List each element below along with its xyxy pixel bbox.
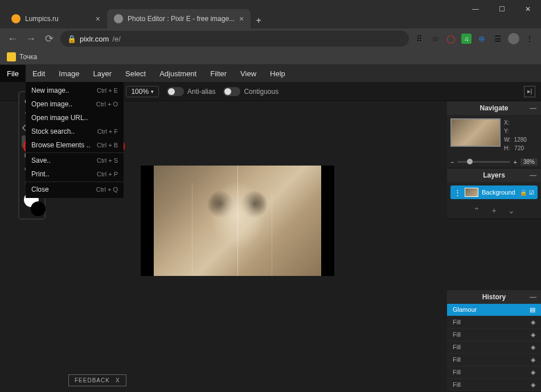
reload-button[interactable]: ⟳ <box>42 32 56 46</box>
tab-favicon <box>114 14 123 23</box>
panels: Navigate — X: Y: W: 1280 H: 720 <box>447 101 541 392</box>
menu-open-url[interactable]: Open image URL.. <box>26 111 124 125</box>
zoom-in-button[interactable]: + <box>514 159 517 166</box>
layers-panel: Layers — ⋮ Background 🔒 ☑ ⌃ <box>447 168 541 219</box>
folder-icon <box>7 52 16 61</box>
menu-stock-search[interactable]: Stock search.. Ctrl + F <box>26 125 124 138</box>
navigate-panel: Navigate — X: Y: W: 1280 H: 720 <box>447 101 541 168</box>
add-layer-button[interactable]: + <box>491 206 496 215</box>
menu-adjustment[interactable]: Adjustment <box>153 65 203 82</box>
tab-favicon <box>11 14 21 23</box>
history-panel: History — Glamour ▤ Fill ◈ Fill ◈ Fill <box>447 290 541 392</box>
file-menu-dropdown: New image.. Ctrl + E Open image.. Ctrl +… <box>26 82 124 198</box>
bookmark-item[interactable]: Точка <box>7 52 37 61</box>
history-state-icon: ◈ <box>531 319 535 326</box>
close-icon[interactable]: × <box>239 14 244 23</box>
menu-view[interactable]: View <box>233 65 263 82</box>
menu-select[interactable]: Select <box>118 65 153 82</box>
extension-icon[interactable]: ♫ <box>461 34 472 44</box>
history-state-icon: ◈ <box>531 381 535 389</box>
layer-name: Background <box>482 189 515 196</box>
browser-tabbar: Lumpics.ru × Photo Editor : Pixlr E - fr… <box>0 0 541 28</box>
menu-save[interactable]: Save.. Ctrl + S <box>26 154 124 167</box>
panel-header[interactable]: History — <box>447 290 541 304</box>
collapse-icon[interactable]: — <box>530 293 536 301</box>
url-bar[interactable]: 🔒 pixlr.com/e/ <box>60 31 409 47</box>
profile-avatar[interactable] <box>508 33 519 44</box>
history-item[interactable]: Fill ◈ <box>447 316 541 329</box>
menu-file[interactable]: File <box>0 65 26 82</box>
menu-edit[interactable]: Edit <box>26 65 52 82</box>
history-item[interactable]: Fill ◈ <box>447 341 541 354</box>
expand-panels-icon[interactable]: ▸| <box>524 86 535 97</box>
history-item[interactable]: Fill ◈ <box>447 379 541 391</box>
close-icon[interactable]: × <box>96 14 100 23</box>
extension-icon[interactable]: ⊕ <box>476 33 487 44</box>
history-item[interactable]: Fill ◈ <box>447 354 541 366</box>
history-state-icon: ◈ <box>531 356 535 364</box>
collapse-icon[interactable]: — <box>530 171 536 179</box>
layer-up-button[interactable]: ⌃ <box>473 206 480 215</box>
contiguous-toggle[interactable] <box>223 87 240 96</box>
collapse-icon[interactable]: — <box>530 104 536 112</box>
extension-icon[interactable]: ◯ <box>445 33 457 44</box>
menu-print[interactable]: Print.. Ctrl + P <box>26 167 124 181</box>
zoom-slider[interactable] <box>457 161 510 163</box>
antialias-toggle[interactable] <box>167 87 184 96</box>
maximize-button[interactable]: ☐ <box>489 0 515 18</box>
menu-help[interactable]: Help <box>263 65 292 82</box>
panel-header[interactable]: Navigate — <box>447 101 541 115</box>
antialias-label: Anti-alias <box>187 88 215 96</box>
navigate-thumbnail[interactable] <box>450 118 501 147</box>
forward-button[interactable]: → <box>24 32 38 46</box>
opacity-value[interactable]: 100% ▾ <box>126 86 159 97</box>
menu-new-image[interactable]: New image.. Ctrl + E <box>26 84 124 97</box>
layer-item[interactable]: ⋮ Background 🔒 ☑ <box>450 185 538 199</box>
layer-thumbnail <box>465 188 478 197</box>
zoom-out-button[interactable]: − <box>450 159 454 166</box>
separator <box>26 152 124 153</box>
history-item[interactable]: Fill ◈ <box>447 366 541 379</box>
browser-toolbar: ← → ⟳ 🔒 pixlr.com/e/ ⠿ ☆ ◯ ♫ ⊕ ☰ ⋮ <box>0 28 541 49</box>
history-state-icon: ◈ <box>531 331 535 339</box>
background-color[interactable] <box>31 201 46 216</box>
menu-layer[interactable]: Layer <box>87 65 119 82</box>
separator <box>26 181 124 182</box>
minimize-button[interactable]: — <box>462 0 489 18</box>
history-item[interactable]: Glamour ▤ <box>447 304 541 316</box>
bookmark-star-icon[interactable]: ☆ <box>429 33 441 44</box>
zoom-value: 38% <box>520 158 538 166</box>
lock-icon[interactable]: 🔒 <box>520 189 527 196</box>
browser-tab-0[interactable]: Lumpics.ru × <box>5 9 107 28</box>
visibility-icon[interactable]: ☑ <box>529 189 534 196</box>
back-button[interactable]: ← <box>6 32 19 46</box>
new-tab-button[interactable]: + <box>251 13 267 28</box>
url-domain: pixlr.com <box>80 35 109 43</box>
url-path: /e/ <box>112 35 120 43</box>
menu-icon[interactable]: ⋮ <box>524 33 535 44</box>
close-icon[interactable]: X <box>116 377 120 383</box>
layer-down-button[interactable]: ⌄ <box>508 206 515 215</box>
history-state-icon: ◈ <box>531 369 535 376</box>
menu-image[interactable]: Image <box>52 65 86 82</box>
history-state-icon: ▤ <box>530 306 535 313</box>
feedback-button[interactable]: FEEDBACK X <box>68 374 126 386</box>
menubar: File Edit Image Layer Select Adjustment … <box>0 65 541 82</box>
canvas[interactable] <box>141 166 334 276</box>
menu-close[interactable]: Close Ctrl + Q <box>26 183 124 196</box>
reading-list-icon[interactable]: ☰ <box>492 33 503 44</box>
close-button[interactable]: ✕ <box>515 0 541 18</box>
menu-browse-elements[interactable]: Browse Elements .. Ctrl + B <box>26 138 124 152</box>
history-item[interactable]: Fill ◈ <box>447 329 541 341</box>
panel-header[interactable]: Layers — <box>447 168 541 182</box>
menu-filter[interactable]: Filter <box>203 65 233 82</box>
canvas-image <box>154 166 321 276</box>
bookmark-label: Точка <box>19 53 37 61</box>
tab-title: Photo Editor : Pixlr E - free image... <box>128 15 235 23</box>
drag-handle-icon[interactable]: ⋮ <box>454 188 461 197</box>
bookmarks-bar: Точка <box>0 49 541 65</box>
browser-tab-1[interactable]: Photo Editor : Pixlr E - free image... × <box>107 9 251 28</box>
translate-icon[interactable]: ⠿ <box>413 33 425 44</box>
site-info-icon[interactable]: 🔒 <box>67 35 76 43</box>
menu-open-image[interactable]: Open image.. Ctrl + O <box>26 97 124 111</box>
